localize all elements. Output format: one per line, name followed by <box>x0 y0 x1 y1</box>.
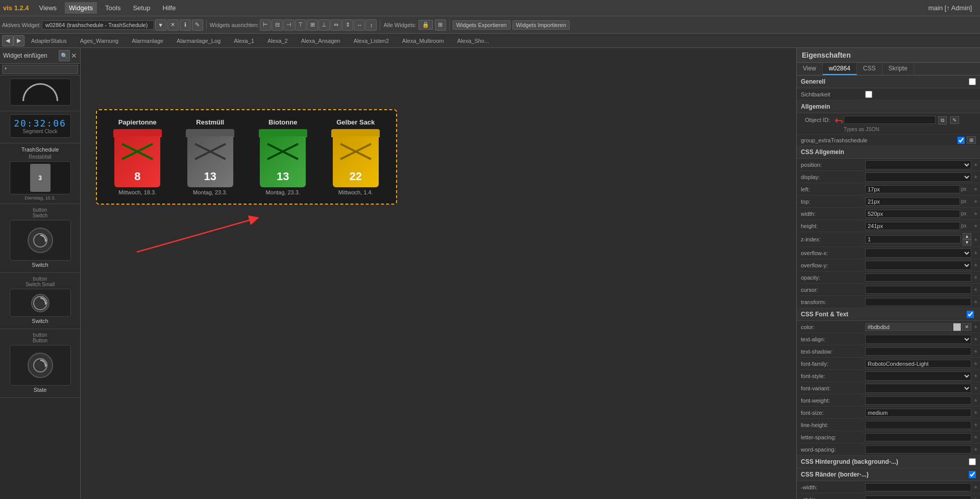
opacity-input[interactable] <box>865 273 971 282</box>
menu-tools[interactable]: Tools <box>101 2 125 14</box>
color-input[interactable] <box>865 323 952 331</box>
tab-ages-warnung[interactable]: Ages_Warnung <box>74 35 125 46</box>
overflow-y-select[interactable] <box>865 261 971 270</box>
zindex-input[interactable] <box>865 235 961 243</box>
font-variant-star[interactable]: ★ <box>973 385 978 391</box>
lock-btn[interactable]: 🔒 <box>419 20 433 30</box>
sidebar-filter-input[interactable] <box>2 65 78 74</box>
word-spacing-star[interactable]: ★ <box>973 446 978 452</box>
tab-alexa-sho[interactable]: Alexa_Sho... <box>451 35 496 46</box>
align-right-icon[interactable]: ⊣ <box>283 19 295 31</box>
allgemein-header[interactable]: Allgemein <box>797 101 980 113</box>
menu-views[interactable]: Views <box>35 2 61 14</box>
active-widget-clear[interactable]: ✕ <box>167 19 179 31</box>
widget-section-switch[interactable]: button Switch Switch <box>0 204 80 273</box>
css-background-header[interactable]: CSS Hintergrund (background-...) <box>797 456 980 468</box>
css-borders-checkbox[interactable] <box>969 471 976 478</box>
panel-tab-view[interactable]: View <box>797 63 823 75</box>
widget-section-segment-clock[interactable]: 20:32:06 Segment Clock <box>0 111 80 143</box>
border-style-input[interactable] <box>865 495 971 500</box>
align-bottom-icon[interactable]: ⊥ <box>318 19 330 31</box>
text-shadow-input[interactable] <box>865 347 971 356</box>
align-left-icon[interactable]: ⊢ <box>260 19 271 31</box>
position-select[interactable] <box>865 160 971 169</box>
cursor-star[interactable]: ★ <box>973 287 978 292</box>
font-family-star[interactable]: ★ <box>973 361 978 366</box>
tab-adapterstatus[interactable]: AdapterStatus <box>24 35 74 46</box>
overflow-y-star[interactable]: ★ <box>973 262 978 268</box>
widget-section-button[interactable]: button Button State <box>0 329 80 398</box>
font-weight-input[interactable] <box>865 396 971 405</box>
width-input[interactable] <box>865 210 960 218</box>
distribute-v-icon[interactable]: ⇕ <box>342 19 353 31</box>
panel-tab-widget[interactable]: w02864 <box>823 63 857 75</box>
color-clear-btn[interactable]: ✕ <box>962 323 971 331</box>
tab-alexa2[interactable]: Alexa_2 <box>261 35 295 46</box>
tab-alexa-multiroom[interactable]: Alexa_Multiroom <box>396 35 451 46</box>
switch-preview[interactable] <box>10 220 71 261</box>
group-extra-action-btn[interactable]: ⊞ <box>967 136 976 144</box>
color-star[interactable]: ★ <box>973 324 978 330</box>
button-preview[interactable] <box>10 345 71 386</box>
css-allgemein-header[interactable]: CSS Allgemein <box>797 146 980 158</box>
object-id-edit-btn[interactable]: ✎ <box>950 116 959 124</box>
css-borders-header[interactable]: CSS Ränder (border-...) <box>797 468 980 481</box>
align-top-icon[interactable]: ⊤ <box>295 19 306 31</box>
transform-star[interactable]: ★ <box>973 299 978 305</box>
position-star[interactable]: ★ <box>973 162 978 167</box>
zindex-star[interactable]: ★ <box>973 237 978 242</box>
css-font-text-header[interactable]: CSS Font & Text <box>797 308 980 320</box>
css-font-text-checkbox[interactable] <box>967 311 974 318</box>
border-style-star[interactable]: ★ <box>973 496 978 499</box>
font-variant-select[interactable] <box>865 384 971 393</box>
tab-alexa1[interactable]: Alexa_1 <box>227 35 261 46</box>
height-input[interactable] <box>865 222 960 230</box>
generell-header[interactable]: Generell <box>797 76 980 88</box>
display-star[interactable]: ★ <box>973 174 978 180</box>
border-width-input[interactable] <box>865 483 971 491</box>
same-width-icon[interactable]: ↔ <box>354 19 365 31</box>
top-star[interactable]: ★ <box>973 198 978 204</box>
text-shadow-star[interactable]: ★ <box>973 348 978 354</box>
tab-alexa-ansagen[interactable]: Alexa_Ansagen <box>295 35 347 46</box>
font-size-star[interactable]: ★ <box>973 410 978 415</box>
alle-widgets-action[interactable]: ⊞ <box>435 19 446 31</box>
left-input[interactable] <box>865 185 960 193</box>
font-style-select[interactable] <box>865 371 971 381</box>
font-style-star[interactable]: ★ <box>973 373 978 379</box>
menu-widgets[interactable]: Widgets <box>65 2 97 14</box>
distribute-h-icon[interactable]: ⇔ <box>330 19 341 31</box>
tab-alarmanlage[interactable]: Alarmanlage <box>125 35 170 46</box>
panel-tab-css[interactable]: CSS <box>857 63 883 75</box>
letter-spacing-input[interactable] <box>865 433 971 441</box>
line-height-star[interactable]: ★ <box>973 422 978 428</box>
align-center-h-icon[interactable]: ⊟ <box>272 19 283 31</box>
group-extra-checkbox[interactable] <box>958 137 965 144</box>
display-select[interactable] <box>865 172 971 182</box>
trash-schedule-canvas-widget[interactable]: Papiertonne 8 Mittwoch, 18.3. <box>96 109 397 205</box>
active-widget-dropdown[interactable]: ▼ <box>155 19 166 31</box>
font-weight-star[interactable]: ★ <box>973 397 978 403</box>
widget-section-trash[interactable]: TrashSchedule Restabfall 3 Dienstag, 10.… <box>0 143 80 204</box>
export-btn[interactable]: Widgets Exportieren <box>453 20 510 30</box>
border-width-star[interactable]: ★ <box>973 484 978 490</box>
sidebar-close-btn[interactable]: ✕ <box>71 50 77 61</box>
sidebar-search-btn[interactable]: 🔍 <box>59 50 70 61</box>
left-star[interactable]: ★ <box>973 186 978 192</box>
widget-section-switch-small[interactable]: button Switch Small Switch <box>0 273 80 329</box>
line-height-input[interactable] <box>865 421 971 429</box>
css-background-checkbox[interactable] <box>969 458 976 465</box>
switch-small-preview[interactable] <box>10 289 71 317</box>
opacity-star[interactable]: ★ <box>973 275 978 280</box>
object-id-copy-btn[interactable]: ⧉ <box>938 116 947 124</box>
overflow-x-star[interactable]: ★ <box>973 250 978 256</box>
active-widget-value[interactable]: w02864 (trashschedule - TrashSchedule) <box>42 20 154 30</box>
sichtbarkeit-checkbox[interactable] <box>865 91 872 98</box>
active-widget-edit[interactable]: ✎ <box>192 19 203 31</box>
align-center-v-icon[interactable]: ⊞ <box>307 19 318 31</box>
generell-checkbox[interactable] <box>969 78 976 85</box>
tab-prev[interactable]: ◀ <box>2 35 13 46</box>
font-family-input[interactable] <box>865 360 971 368</box>
zindex-up[interactable]: ▲ <box>963 233 971 239</box>
object-id-input[interactable]: trashschedule.0.type.json <box>844 116 936 124</box>
